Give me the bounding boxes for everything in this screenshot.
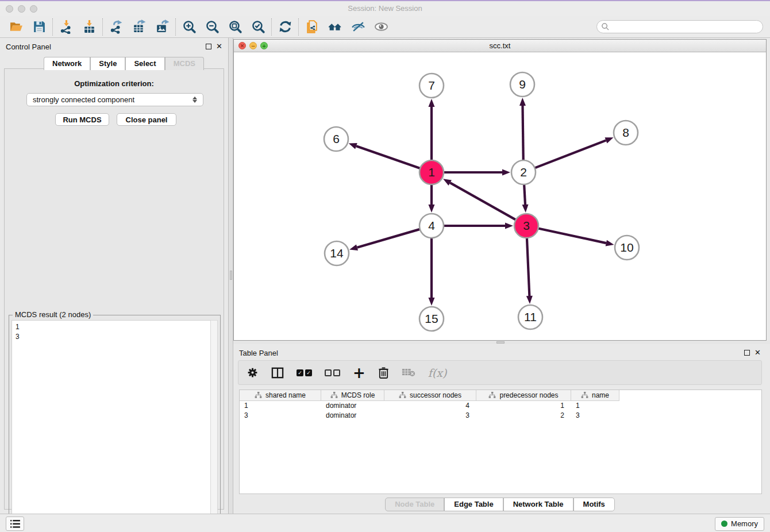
arrowhead-icon [429, 205, 435, 213]
criterion-value: strongly connected component [33, 95, 134, 104]
table-cell[interactable]: 1 [476, 401, 571, 411]
table-tab-node-table[interactable]: Node Table [385, 498, 444, 511]
export-table-button[interactable] [128, 17, 151, 37]
mcds-result-scrollbar[interactable] [210, 320, 218, 527]
select-stepper-icon [192, 97, 197, 103]
checked-box-icon: ✓ [297, 369, 303, 376]
deselect-all-columns-button[interactable] [325, 365, 340, 380]
search-input[interactable] [596, 20, 763, 33]
column-header-name[interactable]: name [571, 390, 619, 401]
zoom-window-button[interactable] [30, 5, 37, 13]
edge-3-10[interactable] [538, 228, 606, 243]
table-row[interactable]: 1dominator411 [240, 401, 761, 411]
open-session-button[interactable] [5, 17, 28, 37]
table-tab-edge-table[interactable]: Edge Table [444, 498, 503, 511]
arrowhead-icon [429, 298, 435, 306]
arrowhead-icon [349, 143, 357, 149]
zoom-fit-button[interactable] [224, 17, 247, 37]
home-icon [328, 20, 342, 34]
toolbar-separator [175, 18, 176, 36]
tab-select[interactable]: Select [125, 57, 164, 70]
task-history-button[interactable] [6, 516, 24, 531]
select-all-columns-button[interactable]: ✓ ✓ [297, 365, 312, 380]
tab-network[interactable]: Network [44, 57, 90, 70]
table-cell[interactable]: dominator [321, 401, 384, 411]
task-list-icon [10, 520, 20, 528]
table-cell[interactable]: dominator [321, 411, 384, 421]
table-settings-button[interactable] [247, 365, 259, 380]
zoom-out-icon [205, 20, 220, 34]
table-cell[interactable]: 3 [384, 411, 476, 421]
table-row[interactable]: 3dominator323 [240, 411, 761, 421]
edge-3-1[interactable] [450, 183, 515, 220]
vertical-splitter[interactable] [228, 38, 233, 514]
hide-selected-button[interactable] [346, 17, 369, 37]
save-session-button[interactable] [28, 17, 51, 37]
open-folder-icon [9, 20, 24, 34]
reset-layout-button[interactable] [324, 17, 346, 37]
split-columns-button[interactable] [271, 365, 284, 380]
column-header-successor-nodes[interactable]: successor nodes [384, 390, 476, 401]
table-toolbar: ✓ ✓ + f(x) [238, 360, 762, 385]
node-label: 4 [428, 219, 435, 232]
table-panel-title: Table Panel [239, 349, 278, 357]
zoom-selected-button[interactable] [247, 17, 270, 37]
column-header-shared-name[interactable]: shared name [240, 390, 321, 401]
column-header-mcds-role[interactable]: MCDS role [321, 390, 384, 401]
column-header-predecessor-nodes[interactable]: predecessor nodes [476, 390, 571, 401]
table-tab-network-table[interactable]: Network Table [503, 498, 573, 511]
float-panel-icon[interactable] [744, 350, 750, 356]
close-panel-icon[interactable]: ✕ [216, 44, 222, 49]
memory-status-icon [721, 521, 727, 527]
export-image-icon [155, 20, 170, 34]
memory-button[interactable]: Memory [715, 517, 764, 531]
refresh-view-button[interactable] [274, 17, 297, 37]
node-label: 11 [524, 310, 537, 323]
mcds-result-title: MCDS result (2 nodes) [13, 310, 93, 319]
run-mcds-button[interactable]: Run MCDS [55, 113, 109, 126]
edge-2-3[interactable] [524, 184, 525, 205]
export-network-button[interactable] [105, 17, 128, 37]
network-canvas[interactable]: 7968124314101511 [234, 52, 766, 341]
show-all-button[interactable] [369, 17, 392, 37]
zoom-in-button[interactable] [178, 17, 201, 37]
table-cell[interactable]: 3 [571, 411, 619, 421]
minimize-window-button[interactable] [18, 5, 25, 13]
import-table-button[interactable] [78, 17, 101, 37]
table-cell[interactable]: 3 [240, 411, 321, 421]
mcds-result-list[interactable]: 13 [11, 320, 211, 527]
unchecked-box-icon [325, 369, 332, 376]
float-panel-icon[interactable] [206, 44, 211, 49]
arrowhead-icon [519, 98, 526, 106]
delete-column-button[interactable] [378, 365, 389, 380]
tab-mcds[interactable]: MCDS [165, 57, 204, 70]
edge-3-11[interactable] [527, 238, 529, 296]
close-panel-button[interactable]: Close panel [117, 113, 176, 126]
arrowhead-icon [526, 296, 533, 304]
table-cell[interactable]: 1 [571, 401, 619, 411]
table-cell[interactable]: 1 [240, 401, 321, 411]
import-network-button[interactable] [55, 17, 78, 37]
criterion-select[interactable]: strongly connected component [26, 93, 203, 106]
close-panel-icon[interactable]: ✕ [754, 350, 761, 356]
edge-2-8[interactable] [535, 140, 606, 168]
splitter-grip[interactable] [230, 271, 232, 280]
network-window-titlebar[interactable]: ✕ − + scc.txt [234, 40, 766, 52]
function-builder-button[interactable]: f(x) [428, 365, 447, 380]
table-cell[interactable]: 2 [476, 411, 571, 421]
edge-1-6[interactable] [356, 146, 420, 168]
tab-style[interactable]: Style [90, 57, 125, 70]
edge-4-14[interactable] [357, 229, 420, 248]
table-tab-motifs[interactable]: Motifs [573, 498, 615, 511]
close-window-button[interactable] [6, 5, 13, 13]
control-panel-tabs: NetworkStyleSelectMCDS [44, 57, 204, 70]
delete-table-button[interactable] [402, 365, 415, 380]
splitter-grip[interactable] [496, 341, 505, 344]
edge-2-9[interactable] [522, 106, 523, 160]
table-cell[interactable]: 4 [384, 401, 476, 411]
network-window-title: scc.txt [234, 41, 766, 50]
zoom-out-button[interactable] [201, 17, 224, 37]
clone-network-button[interactable] [301, 17, 324, 37]
export-image-button[interactable] [151, 17, 174, 37]
add-column-button[interactable]: + [353, 365, 365, 380]
